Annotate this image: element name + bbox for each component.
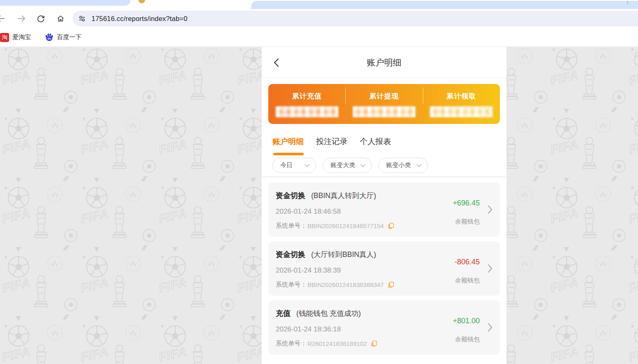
record-amount: +696.45 [453, 199, 480, 208]
reload-icon [36, 14, 45, 23]
record-wallet: 余额钱包 [455, 277, 480, 285]
record-type: 资金切换 [276, 250, 305, 259]
page-title: 账户明细 [262, 47, 507, 78]
back-button[interactable] [0, 12, 8, 26]
tab-label: 投注记录 [316, 137, 347, 146]
order-number: BBIN202601241838388347 [307, 281, 384, 288]
record-datetime: 2026-01-24 18:38:39 [276, 266, 438, 275]
home-icon [56, 14, 65, 23]
record-type: 充值 [276, 309, 291, 317]
tab-label: 账户明细 [272, 137, 304, 146]
forward-button[interactable] [14, 12, 28, 26]
back-arrow-icon [0, 14, 6, 23]
browser-tab[interactable] [251, 1, 638, 9]
filter-major-category-dropdown[interactable]: 账变大类 [323, 158, 372, 173]
order-label: 系统单号： [276, 340, 307, 348]
tab-favicon-icon [138, 0, 145, 3]
record-card[interactable]: 资金切换 (BBIN真人转到大厅) 2026-01-24 18:46:58 系统… [268, 182, 500, 237]
copy-icon [387, 222, 394, 230]
record-datetime: 2026-01-24 18:36:18 [276, 325, 438, 334]
taobao-icon: 淘 [0, 33, 9, 42]
tabs-and-filters: 账户明细 投注记录 个人报表 今日 账变大类 [262, 124, 507, 177]
bookmark-label: 爱淘宝 [12, 33, 31, 41]
copy-button[interactable] [371, 340, 377, 348]
record-amount: -806.45 [455, 258, 480, 266]
chevron-down-icon [305, 164, 310, 167]
svg-text:du: du [47, 37, 51, 40]
record-card[interactable]: 充值 (钱能钱包 充值成功) 2026-01-24 18:36:18 系统单号：… [268, 300, 500, 355]
browser-toolbar: 175616.cc/reports/index?tab=0 [0, 9, 638, 28]
tab-divider [627, 1, 628, 4]
bookmark-baidu[interactable]: du 百度一下 [42, 31, 85, 43]
record-wallet: 余额钱包 [455, 218, 480, 226]
browser-tab-strip [0, 0, 638, 9]
record-order-row: 系统单号： BBIN202601241846577154 [276, 222, 438, 230]
tab-personal-report[interactable]: 个人报表 [360, 136, 391, 155]
chevron-right-icon [488, 323, 493, 332]
filter-label: 今日 [280, 161, 293, 169]
home-button[interactable] [54, 12, 68, 26]
filter-minor-category-dropdown[interactable]: 账变小类 [378, 158, 428, 173]
copy-icon [371, 340, 377, 348]
record-datetime: 2026-01-24 18:46:58 [276, 208, 438, 216]
filter-label: 账变大类 [331, 161, 355, 169]
chevron-right-icon [488, 205, 493, 214]
tabs-row: 账户明细 投注记录 个人报表 [272, 136, 496, 155]
record-subtitle: (钱能钱包 充值成功) [296, 309, 361, 317]
bookmark-aitaobao[interactable]: 淘 爱淘宝 [0, 31, 34, 44]
summary-label: 累计充值 [268, 91, 345, 101]
copy-icon [387, 281, 394, 289]
record-amount: +801.00 [453, 317, 480, 325]
chevron-left-icon [272, 58, 280, 68]
chevron-down-icon [416, 164, 422, 167]
summary-total-deposit: 累计充值 [268, 84, 345, 124]
baidu-paw-icon: du [45, 33, 54, 42]
url-text[interactable]: 175616.cc/reports/index?tab=0 [91, 15, 188, 23]
record-title: 资金切换 (大厅转到BBIN真人) [276, 250, 438, 259]
tab-bet-records[interactable]: 投注记录 [316, 136, 347, 155]
back-button-panel[interactable] [272, 57, 283, 68]
record-card[interactable]: 资金切换 (大厅转到BBIN真人) 2026-01-24 18:38:39 系统… [268, 241, 500, 296]
order-number: BBIN202601241846577154 [307, 222, 384, 229]
blurred-value [353, 106, 415, 117]
record-wallet: 余额钱包 [455, 336, 480, 343]
reload-button[interactable] [34, 12, 48, 26]
summary-label: 累计提现 [345, 91, 422, 101]
records-list: 资金切换 (BBIN真人转到大厅) 2026-01-24 18:46:58 系统… [262, 177, 507, 355]
order-number: R2601241836189102 [307, 340, 367, 347]
forward-arrow-icon [16, 14, 26, 23]
summary-label: 累计领取 [423, 91, 500, 101]
panel-header: 账户明细 [262, 47, 507, 78]
record-order-row: 系统单号： BBIN202601241838388347 [276, 281, 438, 289]
record-subtitle: (大厅转到BBIN真人) [311, 250, 376, 259]
bookmarks-bar: 淘 爱淘宝 du 百度一下 [0, 28, 638, 47]
active-tab-underline [273, 153, 304, 155]
filters-row: 今日 账变大类 账变小类 [272, 158, 496, 173]
bookmark-label: 百度一下 [57, 33, 82, 41]
chevron-down-icon [360, 164, 366, 167]
blurred-value [276, 106, 338, 117]
address-bar[interactable]: 175616.cc/reports/index?tab=0 [73, 11, 638, 26]
page-content: FIFA [0, 47, 638, 364]
account-detail-panel: 账户明细 累计充值 累计提现 累计领取 账户明细 [262, 47, 507, 364]
order-label: 系统单号： [276, 281, 307, 289]
chevron-right-icon [488, 264, 493, 273]
order-label: 系统单号： [276, 222, 307, 230]
record-type: 资金切换 [276, 191, 305, 200]
record-order-row: 系统单号： R2601241836189102 [276, 340, 438, 348]
summary-total-claimed: 累计领取 [423, 84, 500, 124]
summary-total-withdraw: 累计提现 [345, 84, 422, 124]
record-title: 充值 (钱能钱包 充值成功) [276, 308, 438, 318]
copy-button[interactable] [387, 281, 394, 289]
filter-label: 账变小类 [386, 161, 411, 169]
copy-button[interactable] [387, 222, 394, 230]
tab-account-detail[interactable]: 账户明细 [272, 136, 304, 155]
browser-tab[interactable] [0, 0, 130, 6]
filter-date-dropdown[interactable]: 今日 [272, 158, 316, 173]
site-settings-icon[interactable] [78, 14, 86, 23]
summary-card: 累计充值 累计提现 累计领取 [268, 84, 500, 124]
tab-label: 个人报表 [360, 137, 391, 146]
record-title: 资金切换 (BBIN真人转到大厅) [276, 191, 438, 201]
record-subtitle: (BBIN真人转到大厅) [311, 191, 376, 200]
blurred-value [430, 106, 493, 117]
